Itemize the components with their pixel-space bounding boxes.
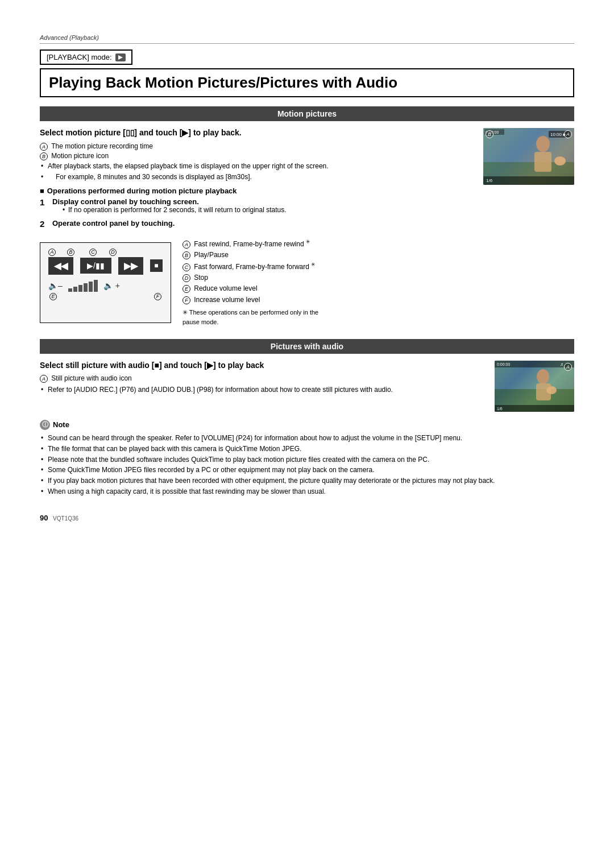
motion-picture-thumbnail: 10:00 ■ 1/6 0:00:00 A B bbox=[483, 128, 574, 185]
svg-point-4 bbox=[554, 156, 566, 166]
playback-mode-bar: [PLAYBACK] mode: bbox=[40, 49, 132, 65]
note-section: ⓘ Note Sound can be heard through the sp… bbox=[40, 420, 574, 497]
thumb-label-A: A bbox=[564, 130, 572, 138]
note-bullet-6: When using a high capacity card, it is p… bbox=[40, 487, 574, 497]
bullet-elapsed-time: After playback starts, the elapsed playb… bbox=[40, 162, 474, 171]
label-B: B bbox=[40, 152, 48, 160]
svg-text:1/6: 1/6 bbox=[486, 178, 493, 183]
note-bullets: Sound can be heard through the speaker. … bbox=[40, 433, 574, 497]
still-picture-thumbnail: 0:00:00 ♬ 1/6 A bbox=[495, 361, 574, 412]
model-number: VQT1Q36 bbox=[53, 515, 78, 522]
motion-pictures-subtitle: Select motion picture [▯▯] and touch [▶]… bbox=[40, 128, 474, 138]
note-bullet-3: Please note that the bundled software in… bbox=[40, 455, 574, 465]
page-footer: 90 VQT1Q36 bbox=[40, 514, 574, 522]
svg-point-15 bbox=[546, 386, 557, 394]
pictures-with-audio-section: Pictures with audio Select still picture… bbox=[40, 339, 574, 412]
bullet-example: For example, 8 minutes and 30 seconds is… bbox=[40, 172, 474, 182]
note-icon: ⓘ bbox=[40, 420, 50, 430]
label-A: A bbox=[40, 143, 48, 151]
svg-text:1/6: 1/6 bbox=[497, 407, 503, 411]
note-bullet-2: The file format that can be played back … bbox=[40, 444, 574, 454]
playback-mode-text: [PLAYBACK] mode: bbox=[47, 53, 112, 61]
motion-pictures-labels: A The motion picture recording time B Mo… bbox=[40, 142, 474, 160]
control-panel-area: A B C D ◀◀ ▶/▮▮ ▶▶ ■ 🔈– bbox=[40, 238, 574, 328]
thumb-label-B: B bbox=[486, 130, 493, 138]
label-A-audio: A bbox=[40, 375, 48, 383]
forward-button[interactable]: ▶▶ bbox=[118, 257, 143, 275]
control-panel: A B C D ◀◀ ▶/▮▮ ▶▶ ■ 🔈– bbox=[40, 242, 171, 323]
pictures-audio-bullets: Refer to [AUDIO REC.] (P76) and [AUDIO D… bbox=[40, 385, 486, 395]
volume-increase-icon: 🔈 + bbox=[103, 281, 120, 290]
svg-rect-3 bbox=[534, 152, 551, 172]
step-1: 1 Display control panel by touching scre… bbox=[40, 197, 474, 216]
step1-title: Display control panel by touching screen… bbox=[52, 197, 287, 206]
svg-point-13 bbox=[537, 369, 549, 384]
note-bullet-4: Some QuickTime Motion JPEG files recorde… bbox=[40, 465, 574, 475]
svg-text:♬: ♬ bbox=[560, 362, 563, 367]
step2-title: Operate control panel by touching. bbox=[52, 219, 175, 228]
volume-reduce-icon: 🔈– bbox=[48, 281, 63, 290]
operations-header: Operations performed during motion pictu… bbox=[40, 187, 474, 195]
page-number: 90 bbox=[40, 514, 48, 522]
motion-pictures-section: Motion pictures Select motion picture [▯… bbox=[40, 106, 574, 328]
stop-button[interactable]: ■ bbox=[150, 259, 163, 272]
motion-pictures-content: Select motion picture [▯▯] and touch [▶]… bbox=[40, 128, 474, 232]
main-title: Playing Back Motion Pictures/Pictures wi… bbox=[40, 68, 574, 97]
advanced-playback-label: Advanced (Playback) bbox=[40, 34, 574, 41]
step1-sub: If no operation is performed for 2 secon… bbox=[52, 206, 287, 214]
motion-pictures-header: Motion pictures bbox=[40, 106, 574, 121]
svg-rect-19 bbox=[495, 405, 574, 412]
motion-pictures-bullets: After playback starts, the elapsed playb… bbox=[40, 162, 474, 182]
still-thumb-label-A: A bbox=[564, 363, 572, 371]
play-pause-button[interactable]: ▶/▮▮ bbox=[80, 258, 111, 274]
svg-rect-7 bbox=[483, 176, 574, 185]
pictures-audio-header: Pictures with audio bbox=[40, 339, 574, 354]
note-bullet-5: If you play back motion pictures that ha… bbox=[40, 476, 574, 486]
volume-bar bbox=[68, 279, 98, 292]
svg-point-2 bbox=[536, 136, 550, 152]
pictures-audio-subtitle: Select still picture with audio [■] and … bbox=[40, 361, 486, 370]
step-2: 2 Operate control panel by touching. bbox=[40, 219, 474, 229]
svg-text:0:00:00: 0:00:00 bbox=[497, 362, 510, 366]
pictures-audio-content: Select still picture with audio [■] and … bbox=[40, 361, 486, 396]
note-header: ⓘ Note bbox=[40, 420, 574, 430]
rewind-button[interactable]: ◀◀ bbox=[48, 257, 73, 275]
playback-icon bbox=[115, 53, 126, 61]
note-bullet-1: Sound can be heard through the speaker. … bbox=[40, 433, 574, 443]
panel-labels: A Fast rewind, Frame-by-frame rewind ✳ B… bbox=[182, 238, 330, 328]
bullet-audio-ref: Refer to [AUDIO REC.] (P76) and [AUDIO D… bbox=[40, 385, 486, 395]
